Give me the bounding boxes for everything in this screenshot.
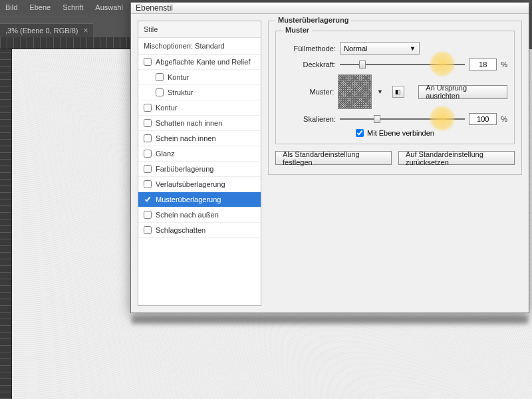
close-icon[interactable]: × bbox=[83, 26, 88, 35]
style-item-label: Glanz bbox=[156, 150, 175, 158]
scale-input[interactable]: 100 bbox=[469, 113, 497, 125]
style-checkbox[interactable] bbox=[144, 226, 152, 234]
ruler-vertical bbox=[0, 49, 12, 399]
style-item-label: Verlaufsüberlagerung bbox=[156, 180, 225, 188]
style-item[interactable]: Abgeflachte Kante und Relief bbox=[138, 55, 261, 70]
document-tabbar: ,3% (Ebene 0, RGB/8) × bbox=[0, 23, 93, 37]
style-checkbox[interactable] bbox=[156, 88, 164, 96]
pattern-label: Muster: bbox=[283, 88, 334, 96]
style-item[interactable]: Struktur bbox=[138, 85, 261, 100]
menu-auswahl[interactable]: Auswahl bbox=[95, 3, 123, 11]
style-checkbox[interactable] bbox=[156, 73, 164, 81]
style-item[interactable]: Schatten nach innen bbox=[138, 116, 261, 131]
pattern-group: Muster Füllmethode: Normal ▼ Deckkraft: bbox=[275, 31, 515, 144]
style-item-label: Schlagschatten bbox=[156, 226, 205, 234]
style-checkbox[interactable] bbox=[144, 150, 152, 158]
inner-title: Muster bbox=[283, 26, 312, 34]
style-checkbox[interactable] bbox=[144, 134, 152, 142]
chevron-down-icon[interactable]: ▼ bbox=[377, 88, 384, 95]
slider-thumb[interactable] bbox=[359, 61, 366, 68]
slider-thumb[interactable] bbox=[374, 115, 380, 123]
fillmode-value: Normal bbox=[344, 45, 367, 53]
snap-to-origin-icon[interactable]: ◧ bbox=[392, 86, 404, 98]
opacity-slider[interactable] bbox=[340, 59, 465, 70]
style-item-label: Kontur bbox=[168, 73, 189, 81]
style-checkbox[interactable] bbox=[144, 180, 152, 188]
document-tab[interactable]: ,3% (Ebene 0, RGB/8) × bbox=[0, 23, 93, 37]
style-checkbox[interactable] bbox=[144, 58, 152, 66]
style-item-label: Schatten nach innen bbox=[156, 119, 222, 127]
fillmode-label: Füllmethode: bbox=[283, 45, 336, 53]
style-item-label: Schein nach innen bbox=[156, 134, 216, 142]
styles-panel: Stile Mischoptionen: Standard Abgeflacht… bbox=[138, 21, 261, 306]
document-tab-label: ,3% (Ebene 0, RGB/8) bbox=[5, 27, 78, 35]
style-checkbox[interactable] bbox=[144, 104, 152, 112]
style-item-label: Musterüberlagerung bbox=[156, 196, 221, 203]
link-layer-label: Mit Ebene verbinden bbox=[367, 129, 434, 137]
chevron-down-icon: ▼ bbox=[410, 45, 416, 52]
style-item-label: Struktur bbox=[168, 88, 194, 96]
style-item[interactable]: Farbüberlagerung bbox=[138, 162, 261, 177]
dialog-title: Ebenenstil bbox=[131, 3, 529, 14]
menu-schrift[interactable]: Schrift bbox=[63, 3, 83, 11]
group-title: Musterüberlagerung bbox=[275, 16, 351, 24]
style-item-label: Schein nach außen bbox=[156, 211, 219, 219]
style-checkbox[interactable] bbox=[144, 196, 152, 203]
set-default-button[interactable]: Als Standardeinstellung festlegen bbox=[275, 151, 392, 165]
style-item[interactable]: Kontur bbox=[138, 70, 261, 85]
style-item[interactable]: Kontur bbox=[138, 100, 261, 116]
style-item[interactable]: Glanz bbox=[138, 146, 261, 162]
blending-options[interactable]: Mischoptionen: Standard bbox=[138, 38, 261, 55]
ruler-horizontal bbox=[0, 37, 133, 49]
style-list: Abgeflachte Kante und ReliefKonturStrukt… bbox=[138, 55, 261, 305]
style-checkbox[interactable] bbox=[144, 211, 152, 219]
snap-origin-button[interactable]: An Ursprung ausrichten bbox=[418, 85, 507, 99]
menu-bild[interactable]: Bild bbox=[5, 3, 17, 11]
reset-default-button[interactable]: Auf Standardeinstellung zurücksetzen bbox=[398, 151, 515, 165]
link-layer-checkbox[interactable] bbox=[356, 129, 364, 137]
pattern-overlay-group: Musterüberlagerung Muster Füllmethode: N… bbox=[268, 21, 522, 175]
settings-panel: Musterüberlagerung Muster Füllmethode: N… bbox=[268, 21, 522, 306]
style-item[interactable]: Verlaufsüberlagerung bbox=[138, 177, 261, 192]
style-item-label: Farbüberlagerung bbox=[156, 165, 213, 173]
layer-style-dialog: Ebenenstil Stile Mischoptionen: Standard… bbox=[130, 2, 529, 313]
opacity-input[interactable]: 18 bbox=[469, 59, 497, 70]
style-item[interactable]: Schlagschatten bbox=[138, 223, 261, 238]
style-item[interactable]: Schein nach innen bbox=[138, 131, 261, 146]
style-checkbox[interactable] bbox=[144, 165, 152, 173]
dialog-shadow bbox=[132, 316, 528, 324]
percent-sign: % bbox=[501, 115, 507, 123]
pattern-swatch[interactable] bbox=[338, 74, 371, 109]
style-item-label: Kontur bbox=[156, 104, 177, 112]
fillmode-dropdown[interactable]: Normal ▼ bbox=[340, 42, 420, 55]
scale-label: Skalieren: bbox=[283, 115, 336, 123]
scale-slider[interactable] bbox=[340, 113, 465, 125]
percent-sign: % bbox=[501, 61, 507, 68]
style-item[interactable]: Schein nach außen bbox=[138, 207, 261, 223]
style-item-label: Abgeflachte Kante und Relief bbox=[156, 58, 251, 66]
styles-header[interactable]: Stile bbox=[138, 21, 261, 38]
opacity-label: Deckkraft: bbox=[283, 61, 336, 68]
menu-ebene[interactable]: Ebene bbox=[29, 3, 51, 11]
style-checkbox[interactable] bbox=[144, 119, 152, 127]
style-item[interactable]: Musterüberlagerung bbox=[138, 192, 261, 207]
